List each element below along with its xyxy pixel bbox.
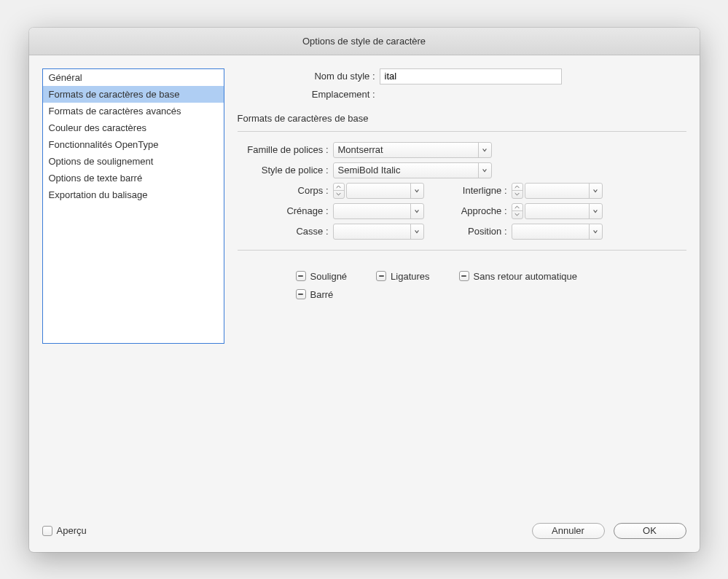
sidebar-item-advanced-formats[interactable]: Formats de caractères avancés bbox=[43, 103, 224, 119]
leading-dropdown[interactable] bbox=[525, 183, 603, 199]
chevron-down-icon bbox=[410, 184, 423, 198]
sidebar-item-label: Formats de caractères de base bbox=[49, 89, 180, 100]
kerning-label: Crénage : bbox=[238, 205, 329, 216]
ligatures-checkbox-item[interactable]: Ligatures bbox=[376, 271, 429, 282]
sidebar-item-basic-formats[interactable]: Formats de caractères de base bbox=[43, 86, 224, 103]
tracking-label: Approche : bbox=[442, 205, 507, 216]
sidebar-item-label: Couleur des caractères bbox=[49, 122, 146, 133]
section-title: Formats de caractères de base bbox=[238, 113, 686, 124]
size-stepper[interactable] bbox=[333, 183, 345, 199]
size-label: Corps : bbox=[238, 185, 329, 196]
leading-combo bbox=[512, 183, 603, 199]
section-divider bbox=[238, 131, 686, 132]
cancel-button[interactable]: Annuler bbox=[532, 523, 605, 539]
style-name-row: Nom du style : bbox=[238, 68, 686, 84]
strikethrough-checkbox-item[interactable]: Barré bbox=[296, 289, 334, 300]
sidebar-item-label: Fonctionnalités OpenType bbox=[49, 139, 159, 150]
dash-icon bbox=[298, 294, 303, 296]
sidebar-item-label: Options de texte barré bbox=[49, 173, 143, 184]
ok-label: OK bbox=[643, 525, 657, 536]
leading-stepper[interactable] bbox=[512, 183, 523, 199]
sidebar-item-underline-options[interactable]: Options de soulignement bbox=[43, 153, 224, 170]
position-label: Position : bbox=[442, 226, 507, 237]
dialog-footer: Aperçu Annuler OK bbox=[29, 513, 700, 552]
tracking-dropdown[interactable] bbox=[525, 203, 603, 219]
sidebar-item-label: Formats de caractères avancés bbox=[49, 106, 181, 117]
form-grid: Famille de polices : Montserrat Style de… bbox=[238, 142, 686, 240]
location-row: Emplacement : bbox=[238, 89, 686, 100]
main-panel: Nom du style : Emplacement : Formats de … bbox=[238, 68, 686, 500]
sidebar-item-general[interactable]: Général bbox=[43, 69, 224, 86]
case-position-row: Casse : Position : bbox=[238, 224, 686, 240]
checkbox-row-2: Barré bbox=[296, 289, 686, 300]
strikethrough-checkbox[interactable] bbox=[296, 289, 306, 299]
sidebar-item-character-color[interactable]: Couleur des caractères bbox=[43, 119, 224, 136]
sidebar-item-label: Exportation du balisage bbox=[49, 189, 148, 200]
size-dropdown[interactable] bbox=[346, 183, 424, 199]
stepper-down-icon[interactable] bbox=[512, 191, 522, 198]
chevron-down-icon bbox=[410, 224, 423, 239]
ligatures-label: Ligatures bbox=[391, 271, 429, 282]
tracking-combo bbox=[512, 203, 603, 219]
strikethrough-label: Barré bbox=[310, 289, 334, 300]
kerning-tracking-row: Crénage : Approche : bbox=[238, 203, 686, 219]
stepper-down-icon[interactable] bbox=[512, 211, 522, 218]
dash-icon bbox=[379, 275, 384, 277]
font-style-value: SemiBold Italic bbox=[338, 165, 401, 176]
font-family-label: Famille de polices : bbox=[238, 144, 329, 155]
no-break-label: Sans retour automatique bbox=[474, 271, 577, 282]
font-style-label: Style de police : bbox=[238, 165, 329, 176]
preview-checkbox[interactable] bbox=[42, 526, 52, 536]
location-label: Emplacement : bbox=[238, 89, 380, 100]
chevron-down-icon bbox=[589, 204, 602, 218]
dialog-title: Options de style de caractère bbox=[302, 36, 426, 47]
leading-label: Interligne : bbox=[442, 185, 507, 196]
preview-label: Aperçu bbox=[57, 525, 87, 536]
sidebar-item-label: Général bbox=[49, 72, 82, 83]
sidebar-item-label: Options de soulignement bbox=[49, 156, 154, 167]
chevron-down-icon bbox=[589, 184, 602, 198]
chevron-down-icon bbox=[478, 143, 491, 157]
underline-checkbox-item[interactable]: Souligné bbox=[296, 271, 348, 282]
underline-checkbox[interactable] bbox=[296, 271, 306, 281]
stepper-up-icon[interactable] bbox=[334, 184, 344, 192]
header-fields: Nom du style : Emplacement : bbox=[238, 68, 686, 104]
checkbox-divider bbox=[238, 250, 686, 251]
no-break-checkbox-item[interactable]: Sans retour automatique bbox=[459, 271, 577, 282]
preview-checkbox-item[interactable]: Aperçu bbox=[42, 525, 87, 536]
tracking-stepper[interactable] bbox=[512, 203, 523, 219]
sidebar-item-opentype[interactable]: Fonctionnalités OpenType bbox=[43, 136, 224, 153]
chevron-down-icon bbox=[410, 204, 423, 218]
dialog-titlebar: Options de style de caractère bbox=[29, 28, 700, 55]
kerning-dropdown[interactable] bbox=[333, 203, 424, 219]
underline-label: Souligné bbox=[310, 271, 348, 282]
position-dropdown[interactable] bbox=[512, 224, 603, 240]
stepper-up-icon[interactable] bbox=[512, 184, 522, 192]
dialog-content: Général Formats de caractères de base Fo… bbox=[29, 55, 700, 513]
chevron-down-icon bbox=[589, 224, 602, 239]
case-label: Casse : bbox=[238, 226, 329, 237]
stepper-up-icon[interactable] bbox=[512, 204, 522, 212]
cancel-label: Annuler bbox=[552, 525, 584, 536]
ligatures-checkbox[interactable] bbox=[376, 271, 386, 281]
dash-icon bbox=[298, 275, 303, 277]
stepper-down-icon[interactable] bbox=[334, 191, 344, 198]
ok-button[interactable]: OK bbox=[614, 523, 686, 539]
case-dropdown[interactable] bbox=[333, 224, 424, 240]
font-style-row: Style de police : SemiBold Italic bbox=[238, 162, 686, 178]
button-row: Annuler OK bbox=[532, 523, 686, 539]
font-family-row: Famille de polices : Montserrat bbox=[238, 142, 686, 158]
checkbox-row-1: Souligné Ligatures Sans retour automatiq… bbox=[296, 271, 686, 282]
sidebar-item-tagging-export[interactable]: Exportation du balisage bbox=[43, 186, 224, 203]
font-family-dropdown[interactable]: Montserrat bbox=[333, 142, 492, 158]
dash-icon bbox=[461, 275, 466, 277]
style-name-input[interactable] bbox=[380, 68, 562, 84]
character-style-dialog: Options de style de caractère Général Fo… bbox=[29, 28, 700, 552]
no-break-checkbox[interactable] bbox=[459, 271, 469, 281]
sidebar: Général Formats de caractères de base Fo… bbox=[42, 68, 224, 344]
sidebar-item-strikethrough-options[interactable]: Options de texte barré bbox=[43, 170, 224, 186]
font-style-dropdown[interactable]: SemiBold Italic bbox=[333, 162, 492, 178]
style-name-label: Nom du style : bbox=[238, 71, 380, 82]
chevron-down-icon bbox=[478, 163, 491, 178]
size-combo bbox=[333, 183, 424, 199]
